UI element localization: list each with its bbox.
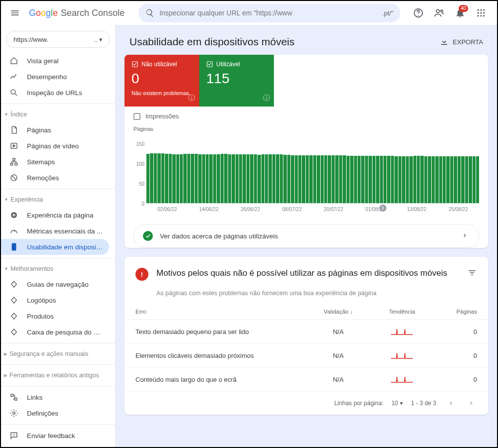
summary-card: Não utilizável 0 Não existem problemas. … (124, 55, 488, 248)
col-pages[interactable]: Páginas (433, 304, 488, 320)
plus-icon (9, 211, 19, 220)
svg-point-11 (480, 15, 482, 16)
group-indice[interactable]: ▼Índice (1, 107, 115, 122)
group-experiencia[interactable]: ▼Experiência (1, 192, 115, 207)
col-validation[interactable]: Validação ↓ (305, 304, 371, 320)
svg-point-5 (480, 9, 482, 11)
svg-point-12 (483, 15, 485, 16)
impressions-toggle[interactable]: Impressões (124, 107, 488, 126)
sidebar-item-label: Sitemaps (27, 158, 104, 166)
sidebar-item[interactable]: Guias de navegação (1, 276, 109, 292)
next-page[interactable] (465, 397, 478, 410)
svg-point-7 (478, 12, 479, 13)
sidebar-item-label: Métricas essenciais da ... (27, 227, 104, 235)
table-pagination: Linhas por página: 10 ▾ 1 - 3 de 3 (124, 392, 488, 415)
group-ferramentas[interactable]: ▶Ferramentas e relatórios antigos (1, 368, 115, 383)
chart-marker[interactable]: 3 (379, 205, 386, 212)
page-icon (9, 125, 19, 134)
issues-title: Motivos pelos quais não é possível utili… (156, 268, 459, 279)
svg-point-8 (480, 12, 482, 13)
svg-point-10 (478, 15, 479, 16)
diamond-icon (9, 296, 19, 305)
chart-bars (146, 144, 479, 204)
checkbox-icon (131, 61, 138, 68)
sidebar-item[interactable]: Definições (1, 405, 109, 421)
search-icon (145, 8, 154, 17)
tile-not-usable[interactable]: Não utilizável 0 Não existem problemas. … (124, 55, 199, 107)
sidebar-item[interactable]: Logótipos (1, 292, 109, 308)
tile-usable[interactable]: Utilizável 115 ⓘ (199, 55, 274, 107)
sidebar-item[interactable]: Páginas de vídeo (1, 138, 109, 154)
filter-icon[interactable] (467, 268, 477, 281)
table-row[interactable]: Texto demasiado pequeno para ser lidoN/A… (124, 320, 488, 344)
page-title: Usabilidade em dispositivos móveis (129, 36, 294, 48)
mobile-icon (9, 242, 19, 251)
sidebar-item[interactable]: Links (1, 389, 109, 405)
col-error[interactable]: Erro (124, 304, 305, 320)
sort-desc-icon: ↓ (350, 309, 353, 315)
info-icon[interactable]: ⓘ (263, 94, 270, 103)
sidebar-item-label: Experiência da página (27, 212, 104, 219)
sidebar-item[interactable]: Páginas (1, 122, 109, 138)
help-icon[interactable] (409, 4, 427, 22)
users-icon[interactable] (430, 4, 448, 22)
sidebar-item[interactable]: Métricas essenciais da ... (1, 223, 109, 239)
pages-chart: Páginas 150100500 3 02/06/2214/06/2226/0… (124, 126, 488, 218)
video-icon (9, 141, 19, 150)
export-button[interactable]: EXPORTA (440, 37, 483, 46)
svg-point-3 (441, 10, 443, 12)
checkbox-icon (133, 113, 140, 120)
rows-per-page[interactable]: 10 ▾ (391, 400, 403, 407)
prev-page[interactable] (444, 397, 457, 410)
page-range: 1 - 3 de 3 (411, 400, 436, 407)
sidebar-item-label: Produtos (27, 313, 104, 320)
chevron-right-icon (461, 231, 470, 241)
url-inspect-input[interactable] (159, 9, 377, 17)
trend-sparkline (371, 368, 433, 392)
property-suffix: .. ▾ (94, 36, 103, 43)
product-logo[interactable]: Google Search Console (29, 8, 124, 18)
property-selector[interactable]: https://www. .. ▾ (6, 31, 110, 48)
sidebar-feedback[interactable]: Enviar feedback (1, 428, 109, 444)
sidebar-item-label: Páginas de vídeo (27, 142, 104, 150)
sidebar-item[interactable]: Caixa de pesquisa do G... (1, 324, 109, 340)
issues-table: Erro Validação ↓ Tendência Páginas Texto… (124, 304, 488, 392)
issues-subtitle: As páginas com estes problemas não forne… (124, 287, 488, 297)
apps-icon[interactable] (472, 4, 490, 22)
sidebar-item[interactable]: Usabilidade em dispositi... (1, 239, 109, 255)
url-inspect-search[interactable]: .pt/" (138, 3, 400, 22)
tile-not-usable-count: 0 (131, 71, 192, 87)
sidebar-item-label: Usabilidade em dispositi... (27, 243, 104, 251)
sidebar-item-label: Desempenho (27, 73, 104, 81)
trend-sparkline (371, 344, 433, 368)
menu-icon[interactable] (5, 3, 25, 23)
sidebar-item[interactable]: Desempenho (1, 69, 109, 85)
sidebar-item[interactable]: Vista geral (1, 53, 109, 69)
diamond-icon (9, 312, 19, 321)
sidebar-item[interactable]: Inspeção de URLs (1, 85, 109, 101)
notifications-icon[interactable]: 40 (451, 4, 469, 22)
table-row[interactable]: Elementos clicáveis demasiado próximosN/… (124, 344, 488, 368)
svg-point-1 (418, 15, 419, 16)
col-trend[interactable]: Tendência (371, 304, 433, 320)
trend-icon (9, 72, 19, 81)
group-seguranca[interactable]: ▶Segurança e ações manuais (1, 346, 115, 361)
sidebar-item-label: Links (27, 394, 104, 401)
group-melhoramentos[interactable]: ▼Melhoramentos (1, 261, 115, 276)
svg-point-9 (483, 12, 485, 13)
gear-icon (9, 409, 19, 418)
view-usable-pages[interactable]: Ver dados acerca de páginas utilizáveis (133, 224, 479, 248)
info-icon[interactable]: ⓘ (188, 94, 195, 103)
links-icon (9, 393, 19, 402)
search-icon (9, 88, 19, 97)
table-row[interactable]: Conteúdo mais largo do que o ecrãN/A0 (124, 368, 488, 392)
sidebar-item-label: Guias de navegação (27, 281, 104, 288)
sidebar-item[interactable]: Produtos (1, 308, 109, 324)
trend-sparkline (371, 320, 433, 344)
svg-point-6 (483, 9, 485, 11)
sidebar-item[interactable]: Experiência da página (1, 207, 109, 223)
sidebar-item[interactable]: Remoções (1, 170, 109, 186)
sidebar-item[interactable]: Sitemaps (1, 154, 109, 170)
product-name: Search Console (61, 8, 124, 18)
tile-usable-count: 115 (206, 71, 267, 87)
